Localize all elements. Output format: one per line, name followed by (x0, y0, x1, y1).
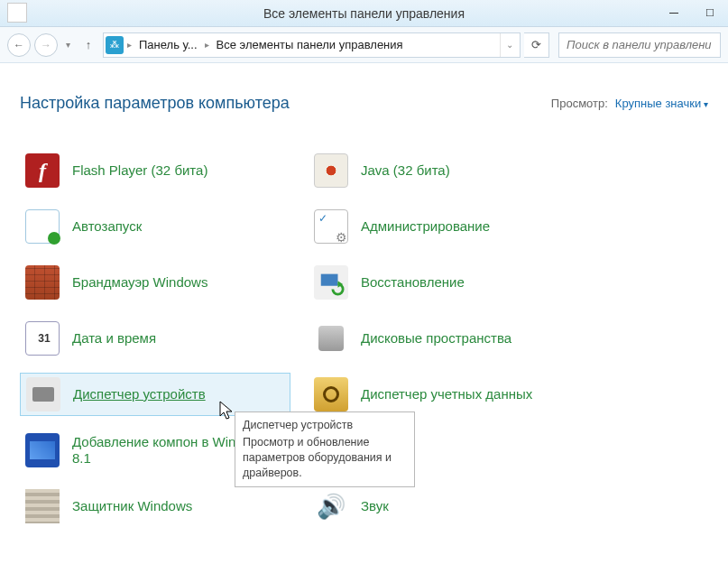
control-panel-icon: ⁂ (106, 36, 124, 54)
tooltip-body: Просмотр и обновление параметров оборудо… (243, 435, 407, 481)
item-label: Диспетчер устройств (73, 386, 206, 402)
address-bar[interactable]: ⁂ ▸ Панель у... ▸ Все элементы панели уп… (103, 32, 521, 58)
minimize-button[interactable] (656, 2, 692, 25)
content-header: Настройка параметров компьютера Просмотр… (20, 94, 708, 113)
windows-components-icon (25, 433, 60, 467)
svg-rect-0 (321, 274, 338, 286)
tooltip: Диспетчер устройств Просмотр и обновлени… (235, 411, 415, 487)
item-credential-manager[interactable]: Диспетчер учетных данных (309, 373, 579, 416)
calendar-icon (25, 321, 60, 356)
defender-icon (25, 489, 60, 523)
storage-icon (314, 321, 348, 356)
search-input[interactable] (565, 37, 714, 52)
item-label: Звук (361, 498, 389, 514)
sound-icon (314, 489, 348, 523)
nav-bar: ← → ▾ ↑ ⁂ ▸ Панель у... ▸ Все элементы п… (0, 27, 728, 63)
history-dropdown[interactable]: ▾ (61, 40, 74, 50)
content-area: Настройка параметров компьютера Просмотр… (0, 63, 728, 542)
item-label: Брандмауэр Windows (72, 274, 207, 291)
maximize-button[interactable]: ☐ (692, 2, 728, 25)
flash-icon: f (25, 153, 60, 188)
chevron-right-icon[interactable]: ▸ (203, 40, 211, 50)
item-label: Защитник Windows (72, 498, 192, 514)
view-label: Просмотр: (551, 97, 608, 110)
item-autorun[interactable]: Автозапуск (20, 205, 290, 248)
item-flash-player[interactable]: f Flash Player (32 бита) (20, 149, 290, 192)
search-box[interactable] (558, 32, 721, 58)
item-device-manager[interactable]: Диспетчер устройств (20, 373, 290, 416)
breadcrumb-2[interactable]: Все элементы панели управления (213, 38, 407, 51)
view-selector: Просмотр: Крупные значки (551, 97, 708, 110)
window-title: Все элементы панели управления (263, 6, 465, 21)
chevron-right-icon[interactable]: ▸ (125, 40, 134, 50)
tooltip-title: Диспетчер устройств (243, 418, 407, 433)
item-label: Flash Player (32 бита) (72, 162, 207, 179)
item-storage-spaces[interactable]: Дисковые пространства (309, 317, 579, 360)
refresh-button[interactable]: ⟳ (524, 32, 549, 58)
item-label: Автозапуск (72, 218, 142, 235)
breadcrumb-1[interactable]: Панель у... (135, 38, 201, 51)
item-label: Java (32 бита) (361, 162, 450, 179)
item-label: Администрирование (361, 218, 490, 235)
autorun-icon (25, 209, 60, 244)
item-label: Восстановление (361, 274, 465, 291)
back-button[interactable]: ← (7, 33, 31, 57)
item-defender[interactable]: Защитник Windows (20, 485, 290, 528)
up-button[interactable]: ↑ (78, 34, 99, 56)
item-label: Диспетчер учетных данных (361, 386, 532, 402)
item-recovery[interactable]: Восстановление (309, 261, 579, 304)
admin-icon (314, 209, 348, 244)
item-admin-tools[interactable]: Администрирование (309, 205, 579, 248)
address-dropdown[interactable]: ⌄ (500, 33, 518, 57)
item-label: Дисковые пространства (361, 330, 511, 347)
item-label: Дата и время (72, 330, 156, 347)
item-sound[interactable]: Звук (309, 485, 579, 528)
title-bar: Все элементы панели управления ☐ (0, 0, 728, 27)
page-heading: Настройка параметров компьютера (20, 94, 290, 113)
system-menu-icon[interactable] (7, 3, 27, 23)
item-firewall[interactable]: Брандмауэр Windows (20, 261, 290, 304)
credential-icon (314, 377, 348, 411)
forward-button[interactable]: → (34, 33, 58, 57)
view-dropdown[interactable]: Крупные значки (615, 97, 708, 110)
item-date-time[interactable]: Дата и время (20, 317, 290, 360)
firewall-icon (25, 265, 60, 300)
recovery-icon (314, 265, 348, 300)
device-manager-icon (26, 377, 60, 411)
java-icon (314, 153, 348, 188)
item-java[interactable]: Java (32 бита) (309, 149, 579, 192)
